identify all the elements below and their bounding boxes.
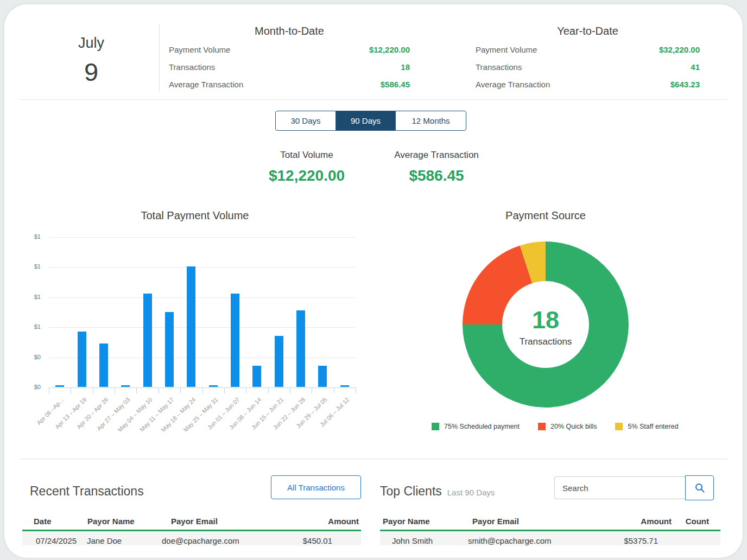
month-to-date-title: Month-to-Date [169, 25, 410, 37]
x-axis-tick [136, 387, 137, 393]
x-axis-tick [224, 387, 225, 393]
average-transaction-stat: Average Transaction $586.45 [371, 150, 502, 184]
x-axis-tick [159, 387, 159, 393]
legend-item: 75% Scheduled payment [432, 423, 520, 430]
bar [296, 310, 305, 387]
tab-30-days[interactable]: 30 Days [276, 111, 335, 130]
gridline [49, 358, 356, 358]
bar [121, 385, 130, 387]
column-header-payor-email: Payor Email [472, 517, 519, 526]
tab-90-days[interactable]: 90 Days [335, 111, 395, 130]
top-clients-subtitle: Last 90 Days [447, 488, 495, 497]
average-transaction-label: Average Transaction [371, 150, 502, 161]
stat-row: Transactions 18 [169, 58, 410, 75]
bar [340, 385, 349, 387]
section-divider [20, 459, 727, 460]
stat-label: Payment Volume [476, 45, 537, 54]
legend-swatch [432, 423, 439, 430]
total-volume-label: Total Volume [242, 150, 372, 161]
legend-swatch [615, 423, 623, 430]
column-header-payor-email: Payor Email [171, 517, 218, 526]
current-date: July 9 [53, 35, 129, 87]
stat-value: 18 [401, 62, 410, 72]
y-axis-tick-label: $0 [19, 384, 41, 390]
stat-row: Payment Volume $32,220.00 [476, 41, 700, 58]
legend-label: 5% Staff entered [628, 423, 678, 430]
bar [99, 343, 108, 387]
vertical-divider [159, 24, 160, 92]
donut-center-text: 18 Transactions [491, 306, 600, 347]
top-client-row[interactable]: John Smith smith@cpacharge.com $5375.71 [380, 531, 720, 545]
x-axis-tick [290, 387, 290, 393]
pie-legend: 75% Scheduled payment20% Quick bills5% S… [432, 423, 678, 430]
stat-label: Average Transaction [169, 80, 243, 89]
bar [187, 266, 195, 387]
total-payment-volume-chart: $1$1$1$1$0$0Apr 06 –Ap…Apr 13 – Apr 19Ap… [49, 237, 356, 387]
gridline [49, 267, 356, 268]
y-axis-tick-label: $1 [19, 233, 41, 240]
x-axis-tick [334, 387, 334, 393]
month-label: July [53, 35, 129, 52]
x-axis-tick [115, 387, 115, 393]
x-axis-tick [180, 387, 181, 393]
stat-row: Average Transaction $586.45 [169, 75, 410, 93]
bar [252, 366, 261, 387]
legend-item: 20% Quick bills [538, 423, 597, 430]
y-axis-tick-label: $1 [19, 323, 41, 330]
dashboard-card: July 9 Month-to-Date Payment Volume $12,… [4, 4, 743, 558]
all-transactions-button[interactable]: All Transactions [271, 475, 361, 499]
cell-payor-email: smith@cpacharge.com [468, 536, 552, 545]
column-header-amount: Amount [307, 517, 359, 526]
gridline [49, 237, 356, 238]
cell-payor-name: John Smith [392, 536, 433, 545]
column-header-amount: Amount [617, 517, 672, 526]
legend-label: 20% Quick bills [550, 423, 597, 430]
cell-payor-email: doe@cpacharge.com [162, 536, 239, 545]
total-volume-value: $12,220.00 [242, 167, 372, 184]
bar [78, 332, 86, 387]
top-clients-header-row: Payor Name Payor Email Amount Count [380, 517, 720, 530]
tab-12-months[interactable]: 12 Months [395, 111, 466, 130]
stat-row: Average Transaction $643.23 [476, 75, 700, 93]
cell-amount: $450.01 [272, 536, 332, 545]
month-to-date-panel: Month-to-Date Payment Volume $12,220.00 … [169, 25, 410, 93]
x-axis-tick [246, 387, 246, 393]
stat-value: $12,220.00 [369, 45, 410, 54]
x-axis-tick [268, 387, 269, 393]
x-axis-tick [71, 387, 71, 393]
recent-transactions-title: Recent Transactions [30, 484, 144, 499]
stat-row: Transactions 41 [476, 58, 700, 75]
recent-transactions-header-row: Date Payor Name Payor Email Amount [22, 517, 361, 530]
section-divider [20, 99, 727, 100]
search-input[interactable] [554, 476, 685, 499]
legend-label: 75% Scheduled payment [444, 423, 520, 430]
year-to-date-title: Year-to-Date [476, 25, 700, 37]
bar-chart-title: Total Payment Volume [32, 209, 358, 222]
y-axis-tick-label: $1 [19, 294, 41, 300]
stat-label: Average Transaction [476, 80, 550, 89]
y-axis-tick-label: $0 [19, 354, 41, 360]
x-axis-tick [356, 387, 356, 393]
stat-label: Payment Volume [169, 45, 230, 54]
stat-value: $643.23 [670, 80, 700, 89]
bar [275, 336, 283, 387]
top-clients-title: Top ClientsLast 90 Days [380, 484, 495, 499]
x-axis-tick [312, 387, 312, 393]
stat-value: $586.45 [381, 80, 410, 89]
year-to-date-panel: Year-to-Date Payment Volume $32,220.00 T… [476, 25, 700, 93]
stat-label: Transactions [476, 62, 522, 72]
stat-row: Payment Volume $12,220.00 [169, 41, 410, 58]
x-axis-tick [202, 387, 203, 393]
total-volume-stat: Total Volume $12,220.00 [242, 150, 372, 184]
bar [231, 294, 239, 387]
bar [209, 385, 218, 387]
time-range-tabs: 30 Days 90 Days 12 Months [275, 111, 466, 131]
y-axis-tick-label: $1 [19, 263, 41, 270]
cell-amount: $5375.71 [597, 536, 658, 545]
search-button[interactable] [685, 475, 714, 500]
search-icon [694, 482, 705, 493]
recent-transaction-row[interactable]: 07/24/2025 Jane Doe doe@cpacharge.com $4… [22, 531, 361, 545]
stat-label: Transactions [169, 62, 215, 72]
legend-item: 5% Staff entered [615, 423, 678, 430]
column-header-date: Date [34, 517, 52, 526]
